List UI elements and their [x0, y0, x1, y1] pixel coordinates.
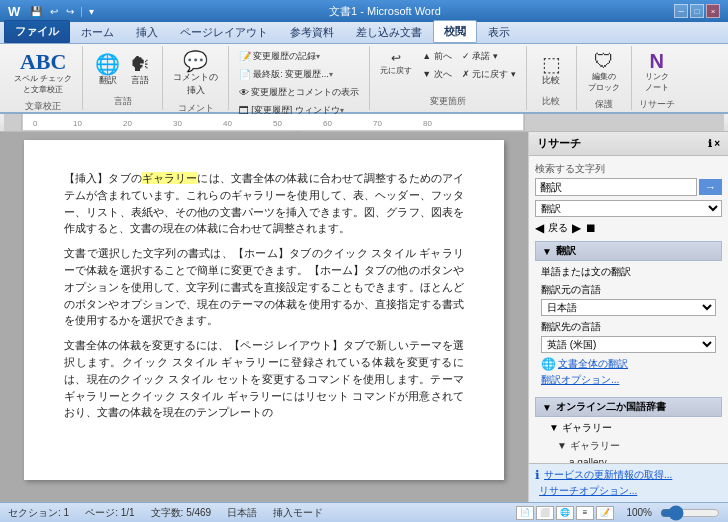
translation-title: 翻訳: [556, 244, 576, 258]
reject2-button[interactable]: ✗ 元に戻す ▾: [458, 66, 520, 83]
search-row: →: [535, 178, 722, 196]
lang-status[interactable]: 日本語: [227, 506, 257, 520]
target-lang-select[interactable]: 英語 (米国): [541, 336, 716, 353]
changes-items: ↩ 元に戻す ▲ 前へ ▼ 次へ ✓ 承諾 ▾ ✗ 元に戻す ▾: [376, 48, 519, 83]
tab-page-layout[interactable]: ページレイアウト: [169, 21, 279, 43]
language-button[interactable]: 🗣 言語: [126, 51, 154, 90]
group-language: 🌐 翻訳 🗣 言語 言語: [83, 46, 163, 110]
comment-icon: 💬: [183, 51, 208, 71]
full-doc-link[interactable]: 文書全体の翻訳: [558, 357, 628, 371]
zoom-slider[interactable]: [660, 509, 720, 517]
group-compare: ⬚ 比較 比較: [527, 46, 577, 110]
tab-review[interactable]: 校閲: [433, 20, 477, 43]
research-close-icon[interactable]: ×: [714, 138, 720, 149]
track-changes-button[interactable]: 📝 変更履歴の記録 ▾: [235, 48, 363, 65]
research-panel: リサーチ ℹ × 検索する文字列 → 翻訳 ◀ 戻る ▶ ⏹: [528, 132, 728, 502]
minimize-button[interactable]: ─: [674, 4, 688, 18]
language-items: 🌐 翻訳 🗣 言語: [91, 48, 154, 93]
translation-section-title[interactable]: ▼ 翻訳: [535, 241, 722, 261]
tab-insert[interactable]: 挿入: [125, 21, 169, 43]
translation-section: ▼ 翻訳 単語または文の翻訳 翻訳元の言語 日本語 翻訳先の言語 英語 (米国)…: [535, 241, 722, 391]
group-track-changes: 📝 変更履歴の記録 ▾ 📄 最終版: 変更履歴... ▾ 👁 変更履歴とコメント…: [229, 46, 370, 110]
protect-items: 🛡 編集のプロック: [584, 48, 624, 96]
compare-button[interactable]: ⬚ 比較: [537, 51, 565, 90]
track-changes-items: 📝 変更履歴の記録 ▾ 📄 最終版: 変更履歴... ▾ 👁 変更履歴とコメント…: [235, 48, 363, 119]
stop-icon[interactable]: ⏹: [585, 221, 597, 235]
triangle-icon: ▼: [542, 246, 552, 257]
source-lang-select[interactable]: 日本語: [541, 299, 716, 316]
search-type-select[interactable]: 翻訳: [535, 200, 722, 217]
main-area: 【挿入】タブのギャラリーには、文書全体の体裁に合わせて調整するためのアイテムが含…: [0, 132, 728, 502]
word-logo-icon: W: [8, 4, 20, 19]
forward-icon[interactable]: ▶: [572, 221, 581, 235]
prev-button[interactable]: ▲ 前へ: [418, 48, 455, 65]
track-chevron: ▾: [316, 52, 320, 61]
translate-label: 翻訳: [99, 74, 117, 87]
draft-view-button[interactable]: 📝: [596, 506, 614, 520]
linked-notes-button[interactable]: N リンクノート: [641, 48, 673, 96]
tab-home[interactable]: ホーム: [70, 21, 125, 43]
onenote-items: N リンクノート: [641, 48, 673, 96]
group-label-protect: 保護: [595, 96, 613, 111]
tab-mailings[interactable]: 差し込み文書: [345, 21, 433, 43]
target-lang-label: 翻訳先の言語: [541, 320, 716, 334]
dict-item-3: a gallery.: [541, 455, 716, 463]
back-row: ◀ 戻る ▶ ⏹: [535, 221, 722, 235]
group-spell-check: ABC スペル チェックと文章校正 文章校正: [4, 46, 83, 110]
outline-view-button[interactable]: ≡: [576, 506, 594, 520]
back-icon[interactable]: ◀: [535, 221, 544, 235]
translate-button[interactable]: 🌐 翻訳: [91, 51, 124, 90]
ruler-mark-80: 80: [423, 119, 432, 128]
web-view-button[interactable]: 🌐: [556, 506, 574, 520]
compare-icon: ⬚: [542, 54, 561, 74]
ribbon-tabs: ファイル ホーム 挿入 ページレイアウト 参考資料 差し込み文書 校閲 表示: [0, 22, 728, 44]
mode-status: 挿入モード: [273, 506, 323, 520]
spell-check-button[interactable]: ABC スペル チェックと文章校正: [10, 48, 76, 98]
redo-icon[interactable]: ↪: [64, 5, 76, 18]
status-bar: セクション: 1 ページ: 1/1 文字数: 5/469 日本語 挿入モード 📄…: [0, 502, 728, 522]
translate-options-link[interactable]: 翻訳オプション...: [541, 373, 716, 387]
ruler-mark-60: 60: [323, 119, 332, 128]
accept-reject-buttons: ✓ 承諾 ▾ ✗ 元に戻す ▾: [458, 48, 520, 83]
search-input[interactable]: [535, 178, 697, 196]
ribbon-content: ABC スペル チェックと文章校正 文章校正 🌐 翻訳 🗣 言語 言語 💬 コメ…: [0, 44, 728, 114]
maximize-button[interactable]: □: [690, 4, 704, 18]
update-link[interactable]: サービスの更新情報の取得...: [544, 468, 672, 482]
search-go-button[interactable]: →: [699, 179, 722, 195]
show-comments-button[interactable]: 👁 変更履歴とコメントの表示: [235, 84, 363, 101]
document-area[interactable]: 【挿入】タブのギャラリーには、文書全体の体裁に合わせて調整するためのアイテムが含…: [0, 132, 528, 502]
nav-buttons: ▲ 前へ ▼ 次へ: [418, 48, 455, 83]
fullscreen-view-button[interactable]: ⬜: [536, 506, 554, 520]
print-view-button[interactable]: 📄: [516, 506, 534, 520]
ruler-mark-70: 70: [373, 119, 382, 128]
options-link[interactable]: リサーチオプション...: [535, 484, 722, 498]
insert-comment-button[interactable]: 💬 コメントの挿入: [169, 48, 222, 100]
compare-items: ⬚ 比較: [537, 48, 565, 93]
compare-label: 比較: [542, 74, 560, 87]
qa-dropdown-icon[interactable]: ▾: [87, 5, 96, 18]
close-button[interactable]: ×: [706, 4, 720, 18]
group-label-changes: 変更箇所: [430, 93, 466, 108]
protect-button[interactable]: 🛡 編集のプロック: [584, 48, 624, 96]
ruler-mark-30: 30: [173, 119, 182, 128]
next-button[interactable]: ▼ 次へ: [418, 66, 455, 83]
group-label-onenote: リサーチ: [639, 96, 675, 111]
window-title: 文書1 - Microsoft Word: [96, 4, 674, 19]
translation-content: 単語または文の翻訳 翻訳元の言語 日本語 翻訳先の言語 英語 (米国) 🌐 文書…: [535, 261, 722, 391]
onenote-icon: N: [649, 51, 663, 71]
paragraph-1: 【挿入】タブのギャラリーには、文書全体の体裁に合わせて調整するためのアイテムが含…: [64, 170, 464, 237]
accept-button[interactable]: ✓ 承諾 ▾: [458, 48, 520, 65]
tab-file[interactable]: ファイル: [4, 20, 70, 43]
save-icon[interactable]: 💾: [28, 5, 44, 18]
undo-icon[interactable]: ↩: [48, 5, 60, 18]
dict-item-2: ▼ ギャラリー: [541, 437, 716, 455]
language-label: 言語: [131, 74, 149, 87]
group-onenote: N リンクノート リサーチ: [632, 46, 682, 110]
tab-references[interactable]: 参考資料: [279, 21, 345, 43]
reject-button[interactable]: ↩ 元に戻す: [376, 48, 416, 83]
dict-section-title[interactable]: ▼ オンライン二か国語辞書: [535, 397, 722, 417]
tab-view[interactable]: 表示: [477, 21, 521, 43]
comment-items: 💬 コメントの挿入: [169, 48, 222, 100]
final-version-button[interactable]: 📄 最終版: 変更履歴... ▾: [235, 66, 363, 83]
group-changes: ↩ 元に戻す ▲ 前へ ▼ 次へ ✓ 承諾 ▾ ✗ 元に戻す ▾ 変更箇所: [370, 46, 526, 110]
